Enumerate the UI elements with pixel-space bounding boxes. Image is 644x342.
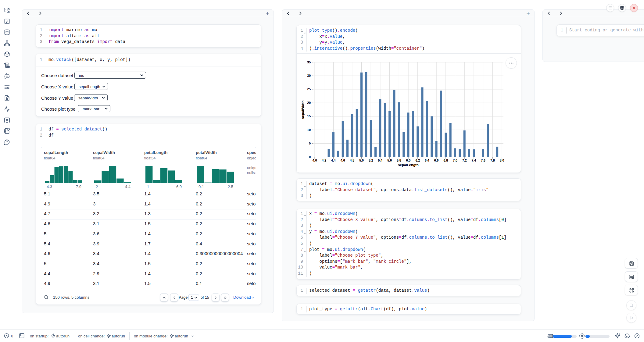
svg-text:4.0: 4.0	[313, 159, 317, 162]
svg-text:7.6: 7.6	[481, 159, 485, 162]
svg-text:6.6: 6.6	[434, 159, 439, 162]
svg-text:4.4: 4.4	[331, 159, 336, 162]
svg-text:sepalLength: sepalLength	[398, 163, 419, 167]
svg-text:sepalWidth: sepalWidth	[301, 100, 305, 119]
svg-text:30: 30	[307, 74, 311, 77]
svg-text:0: 0	[309, 155, 311, 159]
svg-text:4.2: 4.2	[322, 159, 326, 162]
svg-text:6.4: 6.4	[425, 159, 429, 162]
svg-text:5: 5	[309, 141, 311, 145]
svg-text:4.6: 4.6	[341, 159, 345, 162]
svg-text:8.0: 8.0	[500, 159, 504, 162]
svg-text:5.2: 5.2	[369, 159, 373, 162]
svg-text:7.8: 7.8	[490, 159, 495, 162]
svg-text:10: 10	[307, 128, 311, 132]
svg-text:35: 35	[307, 60, 311, 64]
svg-text:6.8: 6.8	[443, 159, 448, 162]
svg-text:7.4: 7.4	[472, 159, 476, 162]
svg-text:25: 25	[307, 87, 311, 91]
svg-text:7.0: 7.0	[453, 159, 457, 162]
svg-text:6.0: 6.0	[406, 159, 411, 162]
svg-text:15: 15	[307, 114, 311, 118]
svg-text:7.2: 7.2	[462, 159, 467, 162]
svg-text:5.8: 5.8	[397, 159, 401, 162]
svg-text:6.2: 6.2	[415, 159, 420, 162]
svg-text:5.6: 5.6	[387, 159, 392, 162]
svg-text:5.4: 5.4	[378, 159, 383, 162]
svg-text:20: 20	[307, 101, 311, 105]
svg-text:5.0: 5.0	[359, 159, 364, 162]
svg-text:4.8: 4.8	[350, 159, 354, 162]
